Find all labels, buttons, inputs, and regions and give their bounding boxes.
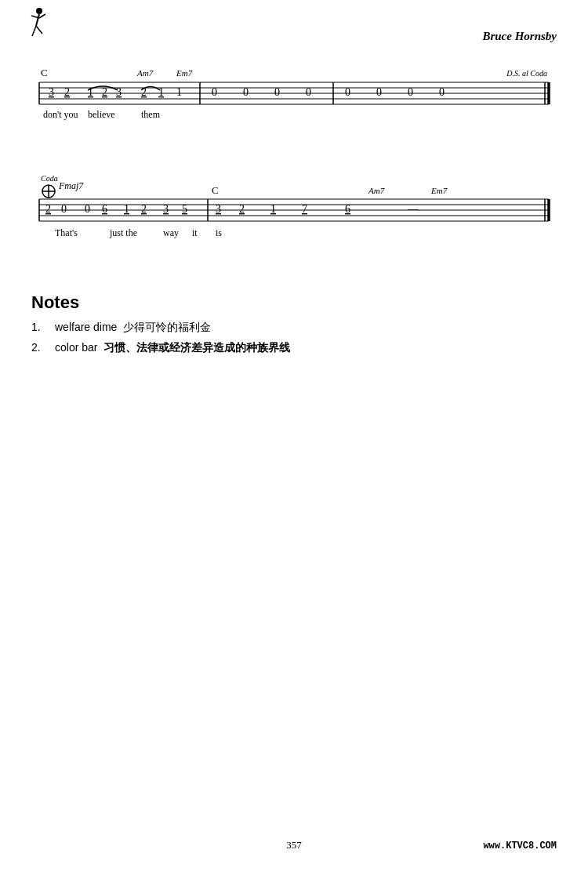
coda-note-0b: 0 xyxy=(85,203,90,215)
note-3: 3 xyxy=(49,86,54,98)
coda-note-5: 5 xyxy=(182,203,187,215)
svg-line-1 xyxy=(36,14,39,26)
ds-al-coda: D.S. al Coda xyxy=(506,69,547,78)
lyric-is: is xyxy=(216,227,222,238)
note-0h: 0 xyxy=(439,86,445,98)
note-3b: 3 xyxy=(116,86,122,98)
chord-am7-2: Am7 xyxy=(368,186,385,195)
note-1c: 1 xyxy=(176,86,182,98)
chord-em7-1: Em7 xyxy=(176,68,193,78)
top-figure-icon xyxy=(28,6,56,43)
page: Bruce Hornsby C 3 2 1 2 xyxy=(0,0,588,875)
note-2a: 2 xyxy=(64,86,70,98)
website: www.KTVC8.COM xyxy=(483,841,557,851)
staff-row-2: Coda Fmaj7 2 0 0 6 xyxy=(31,172,557,253)
staff-row-1: C 3 2 1 2 3 Am7 Em7 2 1 1 xyxy=(31,59,557,133)
note-0f: 0 xyxy=(376,86,382,98)
note-chinese-1: 少得可怜的福利金 xyxy=(123,321,211,333)
note-text-2: color bar 习惯、法律或经济差异造成的种族界线 xyxy=(55,341,290,355)
svg-point-0 xyxy=(36,8,42,14)
note-number-1: 1. xyxy=(31,321,55,333)
chord-c-1: C xyxy=(41,67,48,78)
lyric-believe: believe xyxy=(88,109,115,120)
coda-note-1: 1 xyxy=(124,203,129,215)
notes-section: Notes 1. welfare dime 少得可怜的福利金 2. color … xyxy=(31,292,557,355)
note-2b: 2 xyxy=(102,86,107,98)
svg-line-2 xyxy=(32,26,36,36)
lyric-it: it xyxy=(192,227,198,238)
note-english-1: welfare dime xyxy=(55,321,117,333)
coda-note-6: 6 xyxy=(102,203,107,215)
coda-note-0a: 0 xyxy=(61,203,67,215)
staff-svg-1: C 3 2 1 2 3 Am7 Em7 2 1 1 xyxy=(31,59,557,129)
note-english-2: color bar xyxy=(55,341,97,354)
note-chinese-2: 习惯、法律或经济差异造成的种族界线 xyxy=(103,341,290,354)
chord-am7-1: Am7 xyxy=(136,68,154,78)
right-note-2: 2 xyxy=(239,203,245,215)
right-note-7: 7 xyxy=(302,203,307,215)
note-item-2: 2. color bar 习惯、法律或经济差异造成的种族界线 xyxy=(31,341,557,355)
note-item-1: 1. welfare dime 少得可怜的福利金 xyxy=(31,321,557,335)
notes-list: 1. welfare dime 少得可怜的福利金 2. color bar 习惯… xyxy=(31,321,557,355)
chord-em7-2: Em7 xyxy=(430,186,448,195)
chord-c-2: C xyxy=(212,184,219,196)
right-note-6: 6 xyxy=(345,203,350,215)
lyric-way: way xyxy=(163,227,179,238)
note-0g: 0 xyxy=(408,86,413,98)
lyric-them: them xyxy=(141,109,161,120)
note-1b: 1 xyxy=(158,86,164,98)
note-0c: 0 xyxy=(274,86,280,98)
coda-note-2: 2 xyxy=(45,203,51,215)
note-0b: 0 xyxy=(243,86,249,98)
notes-title: Notes xyxy=(31,292,557,313)
lyric-thats: That's xyxy=(55,227,78,238)
note-0e: 0 xyxy=(345,86,350,98)
lyric-dont-you: don't you xyxy=(43,109,78,120)
author-name: Bruce Hornsby xyxy=(482,30,557,43)
lyric-just-the: just the xyxy=(109,227,137,238)
note-text-1: welfare dime 少得可怜的福利金 xyxy=(55,321,211,335)
right-note-1: 1 xyxy=(270,203,276,215)
svg-line-5 xyxy=(39,14,45,18)
coda-note-3: 3 xyxy=(163,203,169,215)
music-section: C 3 2 1 2 3 Am7 Em7 2 1 1 xyxy=(31,59,557,253)
page-number: 357 xyxy=(286,839,302,851)
note-number-2: 2. xyxy=(31,341,55,354)
coda-label: Coda xyxy=(41,174,58,183)
note-0a: 0 xyxy=(212,86,217,98)
right-note-dash: — xyxy=(407,203,419,215)
chord-fmaj7: Fmaj7 xyxy=(58,180,84,191)
coda-note-2b: 2 xyxy=(141,203,147,215)
staff-svg-2: Coda Fmaj7 2 0 0 6 xyxy=(31,172,557,250)
note-0d: 0 xyxy=(306,86,311,98)
svg-line-3 xyxy=(36,26,42,34)
right-note-3: 3 xyxy=(216,203,221,215)
